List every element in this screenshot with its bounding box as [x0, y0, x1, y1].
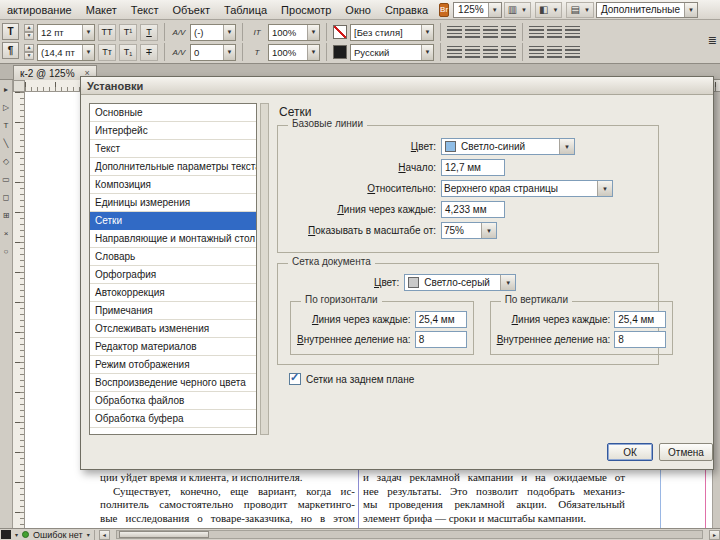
bridge-icon[interactable]: Br	[439, 3, 449, 17]
subdivisions-input[interactable]: 8	[614, 331, 666, 348]
panel-menu-icon[interactable]: ≣	[708, 34, 717, 47]
scroll-right-icon[interactable]: ▸	[709, 530, 720, 540]
category-item[interactable]: Орфография	[90, 266, 256, 284]
menu-table[interactable]: Таблица	[217, 1, 274, 19]
first-line-indent-icon[interactable]	[529, 46, 544, 58]
menu-layout[interactable]: Макет	[79, 1, 124, 19]
chevron-down-icon[interactable]: ▾	[15, 531, 18, 538]
font-size-stepper[interactable]: ▲▼	[24, 24, 34, 40]
scissors-tool-icon[interactable]: ×	[4, 229, 9, 238]
category-item[interactable]: Направляющие и монтажный стол	[90, 230, 256, 248]
zoom-select[interactable]: 125% ▼	[453, 2, 502, 18]
increment-every-input[interactable]: 4,233 мм	[441, 201, 505, 218]
fill-color-swatch[interactable]	[333, 25, 347, 39]
character-style-select[interactable]: [Без стиля] ▼	[350, 24, 434, 41]
docgrid-color-select[interactable]: Светло-серый ▼	[404, 274, 516, 291]
character-mode-button[interactable]: Т	[2, 23, 19, 40]
stroke-color-swatch[interactable]	[333, 45, 347, 59]
align-left-icon[interactable]	[447, 26, 462, 38]
category-item[interactable]: Словарь	[90, 248, 256, 266]
indent-left-icon[interactable]	[529, 26, 544, 38]
category-item[interactable]: Интерфейс	[90, 122, 256, 140]
category-item[interactable]: Обработка файлов	[90, 392, 256, 410]
justify-all-icon[interactable]	[483, 46, 498, 58]
line-tool-icon[interactable]: ╲	[4, 139, 9, 148]
pen-tool-icon[interactable]: ◇	[3, 157, 9, 166]
category-item-selected[interactable]: Сетки	[90, 212, 256, 230]
grids-in-back-checkbox[interactable]	[289, 373, 301, 385]
category-item[interactable]: Редактор материалов	[90, 338, 256, 356]
subscript-button[interactable]: T₁	[119, 44, 137, 61]
category-item[interactable]: Обработка буфера	[90, 410, 256, 428]
align-right-icon[interactable]	[483, 26, 498, 38]
page-icon[interactable]	[1, 530, 11, 539]
menu-object[interactable]: Объект	[166, 1, 217, 19]
justify-last-left-icon[interactable]	[447, 46, 462, 58]
dialog-title[interactable]: Установки	[81, 77, 713, 95]
underline-button[interactable]: T	[140, 24, 158, 41]
view-threshold-select[interactable]: 75% ▼	[441, 222, 497, 239]
rectangle-tool-icon[interactable]: ◻	[3, 193, 10, 202]
workspace-switcher[interactable]: Дополнительные ▼	[596, 2, 698, 18]
horizontal-scrollbar[interactable]	[116, 530, 703, 539]
menu-help[interactable]: Справка	[378, 1, 435, 19]
category-item[interactable]: Дополнительные параметры текста	[90, 158, 256, 176]
justify-last-center-icon[interactable]	[465, 46, 480, 58]
category-item[interactable]: Автокоррекция	[90, 284, 256, 302]
category-list-scrollbar[interactable]	[260, 103, 269, 435]
small-caps-button[interactable]: Tт	[98, 44, 116, 61]
type-tool-icon[interactable]: T	[4, 121, 9, 130]
menu-view[interactable]: Просмотр	[274, 1, 338, 19]
gridline-every-input[interactable]: 25,4 мм	[614, 311, 666, 328]
menu-window[interactable]: Окно	[338, 1, 378, 19]
menu-edit[interactable]: актирование	[0, 1, 79, 19]
strikethrough-button[interactable]: T	[140, 44, 158, 61]
tracking-select[interactable]: 0 ▼	[190, 44, 236, 61]
indent-right-icon[interactable]	[547, 26, 562, 38]
leading-select[interactable]: (14,4 пт ▼	[37, 44, 95, 61]
category-item[interactable]: Отслеживать изменения	[90, 320, 256, 338]
category-item[interactable]: Единицы измерения	[90, 194, 256, 212]
horizontal-scale-select[interactable]: 100% ▼	[268, 44, 320, 61]
justify-icon[interactable]	[501, 26, 516, 38]
frame-tool-icon[interactable]: ▭	[2, 175, 10, 184]
scroll-left-icon[interactable]: ◂	[99, 530, 110, 540]
subdivisions-input[interactable]: 8	[415, 331, 467, 348]
ruler-origin-corner[interactable]	[13, 80, 25, 92]
gridline-every-input[interactable]: 25,4 мм	[415, 311, 467, 328]
selection-tool-icon[interactable]: ▸	[4, 85, 8, 94]
cancel-button[interactable]: Отмена	[659, 443, 713, 461]
category-item[interactable]: Воспроизведение черного цвета	[90, 374, 256, 392]
category-item[interactable]: Композиция	[90, 176, 256, 194]
direct-selection-tool-icon[interactable]: ▷	[3, 103, 9, 112]
leading-stepper[interactable]: ▲▼	[24, 44, 34, 60]
align-center-icon[interactable]	[465, 26, 480, 38]
paragraph-mode-button[interactable]: ¶	[2, 42, 19, 59]
category-item[interactable]: Режим отображения	[90, 356, 256, 374]
ok-button[interactable]: ОК	[607, 443, 653, 461]
chevron-down-icon[interactable]: ▾	[87, 531, 90, 538]
baseline-color-select[interactable]: Светло-синий ▼	[441, 138, 575, 155]
scrollbar-thumb[interactable]	[119, 531, 209, 538]
hyphenate-icon[interactable]	[501, 46, 516, 58]
view-options-button[interactable]: ▥ ▼	[504, 2, 531, 18]
category-item[interactable]: Основные	[90, 104, 256, 122]
menu-type[interactable]: Текст	[124, 1, 166, 19]
relative-to-select[interactable]: Верхнего края страницы ▼	[441, 180, 613, 197]
all-caps-button[interactable]: TT	[98, 24, 116, 41]
category-item[interactable]: Текст	[90, 140, 256, 158]
space-before-icon[interactable]	[565, 26, 580, 38]
hand-tool-icon[interactable]: ○	[4, 247, 9, 256]
drop-cap-icon[interactable]	[565, 46, 580, 58]
screen-mode-button[interactable]: ◧ ▼	[535, 2, 562, 18]
arrange-documents-button[interactable]: ▤ ▼	[566, 2, 593, 18]
gradient-tool-icon[interactable]: ⊞	[3, 211, 10, 220]
space-after-icon[interactable]	[547, 46, 562, 58]
kerning-select[interactable]: (-) ▼	[190, 24, 236, 41]
vertical-scale-select[interactable]: 100% ▼	[268, 24, 320, 41]
vertical-ruler[interactable]	[13, 92, 25, 528]
start-input[interactable]: 12,7 мм	[441, 159, 505, 176]
language-select[interactable]: Русский ▼	[350, 44, 434, 61]
font-size-select[interactable]: 12 пт ▼	[37, 24, 95, 41]
superscript-button[interactable]: T¹	[119, 24, 137, 41]
